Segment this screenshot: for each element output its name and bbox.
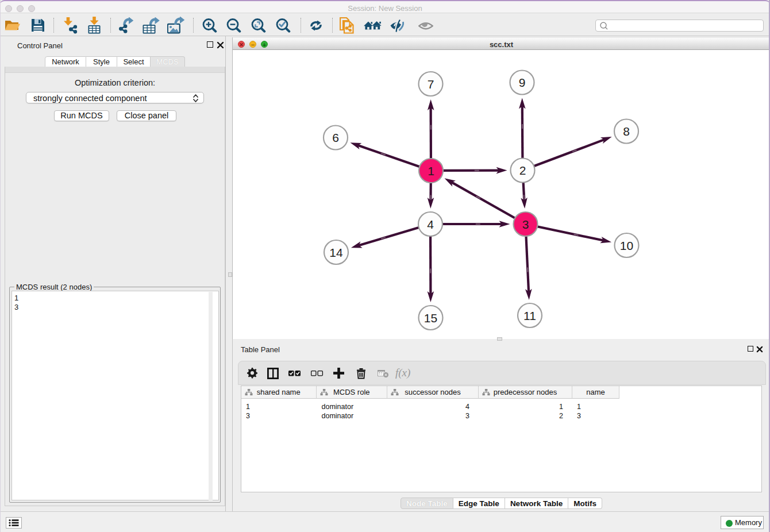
svg-text:15: 15 <box>424 311 437 325</box>
svg-text:8: 8 <box>623 125 630 138</box>
svg-text:10: 10 <box>620 239 633 252</box>
svg-text:1: 1 <box>428 164 434 178</box>
svg-text:3: 3 <box>522 218 529 231</box>
svg-text:11: 11 <box>523 309 536 322</box>
svg-text:f(x): f(x) <box>395 367 410 379</box>
svg-text:9: 9 <box>519 76 526 89</box>
svg-text:14: 14 <box>329 246 343 259</box>
svg-text:7: 7 <box>428 78 434 91</box>
svg-text:2: 2 <box>519 164 526 177</box>
svg-text:4: 4 <box>427 218 434 231</box>
svg-text:6: 6 <box>332 131 339 144</box>
